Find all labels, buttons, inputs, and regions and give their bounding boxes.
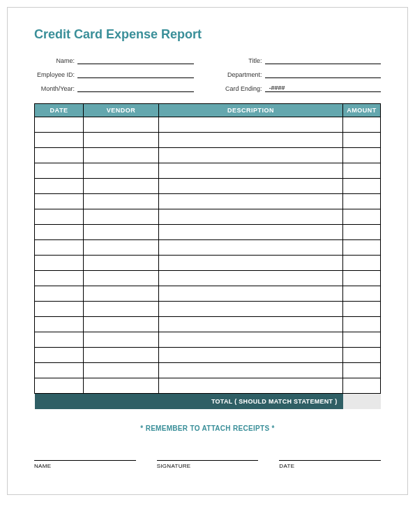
field-label: Card Ending: (222, 85, 265, 92)
table-cell[interactable] (159, 271, 343, 286)
field-value[interactable] (77, 84, 194, 92)
table-cell[interactable] (35, 240, 84, 256)
table-cell[interactable] (35, 117, 84, 133)
table-cell[interactable] (159, 225, 343, 240)
table-cell[interactable] (159, 256, 343, 271)
table-cell[interactable] (84, 363, 159, 378)
table-cell[interactable] (84, 256, 159, 271)
table-cell[interactable] (35, 256, 84, 271)
table-row (35, 179, 381, 194)
table-row (35, 348, 381, 363)
total-value[interactable] (343, 394, 381, 410)
table-row (35, 117, 381, 133)
table-cell[interactable] (84, 225, 159, 240)
table-cell[interactable] (35, 302, 84, 317)
table-cell[interactable] (343, 209, 381, 225)
table-cell[interactable] (35, 271, 84, 286)
table-cell[interactable] (343, 286, 381, 302)
field-label: Name: (34, 57, 77, 64)
table-cell[interactable] (159, 317, 343, 332)
table-cell[interactable] (84, 332, 159, 348)
table-cell[interactable] (343, 179, 381, 194)
table-cell[interactable] (159, 332, 343, 348)
table-cell[interactable] (343, 240, 381, 256)
table-cell[interactable] (159, 363, 343, 378)
table-cell[interactable] (84, 302, 159, 317)
field-value[interactable] (77, 70, 194, 78)
field-label: Employee ID: (34, 71, 77, 78)
table-cell[interactable] (35, 225, 84, 240)
table-cell[interactable] (35, 148, 84, 163)
table-cell[interactable] (84, 194, 159, 209)
signature-signature[interactable]: SIGNATURE (157, 460, 259, 469)
header-fields: Name: Title: Employee ID: Department: Mo… (34, 56, 381, 92)
expense-report-page: Credit Card Expense Report Name: Title: … (7, 7, 408, 495)
table-cell[interactable] (343, 117, 381, 133)
table-cell[interactable] (343, 332, 381, 348)
table-cell[interactable] (35, 363, 84, 378)
table-cell[interactable] (159, 117, 343, 133)
table-cell[interactable] (343, 302, 381, 317)
table-cell[interactable] (343, 194, 381, 209)
table-cell[interactable] (159, 194, 343, 209)
table-cell[interactable] (343, 148, 381, 163)
table-cell[interactable] (159, 163, 343, 179)
table-cell[interactable] (159, 302, 343, 317)
field-value[interactable] (77, 56, 194, 64)
table-cell[interactable] (159, 148, 343, 163)
expense-table: DATE VENDOR DESCRIPTION AMOUNT TOTAL ( S… (34, 103, 381, 409)
table-cell[interactable] (343, 225, 381, 240)
table-cell[interactable] (84, 148, 159, 163)
table-cell[interactable] (343, 378, 381, 394)
signature-name[interactable]: NAME (34, 460, 136, 469)
table-cell[interactable] (343, 348, 381, 363)
table-cell[interactable] (159, 240, 343, 256)
table-cell[interactable] (35, 194, 84, 209)
table-row (35, 194, 381, 209)
table-cell[interactable] (84, 209, 159, 225)
table-cell[interactable] (84, 271, 159, 286)
field-value[interactable] (265, 70, 382, 78)
signature-date[interactable]: DATE (279, 460, 381, 469)
table-cell[interactable] (159, 133, 343, 148)
table-cell[interactable] (159, 179, 343, 194)
header-description: DESCRIPTION (159, 104, 343, 117)
table-row (35, 286, 381, 302)
table-cell[interactable] (343, 256, 381, 271)
table-cell[interactable] (343, 133, 381, 148)
table-cell[interactable] (159, 378, 343, 394)
table-cell[interactable] (35, 163, 84, 179)
table-cell[interactable] (84, 317, 159, 332)
table-cell[interactable] (343, 271, 381, 286)
field-card-ending: Card Ending: -#### (222, 84, 382, 92)
table-cell[interactable] (343, 317, 381, 332)
table-cell[interactable] (84, 348, 159, 363)
table-cell[interactable] (35, 209, 84, 225)
field-value[interactable]: -#### (265, 84, 382, 92)
table-cell[interactable] (35, 179, 84, 194)
table-cell[interactable] (35, 133, 84, 148)
table-cell[interactable] (35, 286, 84, 302)
field-value[interactable] (265, 56, 382, 64)
table-cell[interactable] (84, 163, 159, 179)
table-row (35, 240, 381, 256)
table-cell[interactable] (84, 133, 159, 148)
total-row: TOTAL ( SHOULD MATCH STATEMENT ) (35, 394, 381, 410)
field-department: Department: (222, 70, 382, 78)
table-cell[interactable] (84, 378, 159, 394)
header-vendor: VENDOR (84, 104, 159, 117)
table-cell[interactable] (35, 348, 84, 363)
table-cell[interactable] (35, 317, 84, 332)
table-cell[interactable] (35, 332, 84, 348)
table-cell[interactable] (35, 378, 84, 394)
table-cell[interactable] (84, 179, 159, 194)
table-row (35, 256, 381, 271)
table-cell[interactable] (84, 240, 159, 256)
table-cell[interactable] (159, 286, 343, 302)
table-cell[interactable] (343, 363, 381, 378)
table-cell[interactable] (159, 209, 343, 225)
table-cell[interactable] (84, 286, 159, 302)
table-cell[interactable] (84, 117, 159, 133)
table-cell[interactable] (343, 163, 381, 179)
table-cell[interactable] (159, 348, 343, 363)
